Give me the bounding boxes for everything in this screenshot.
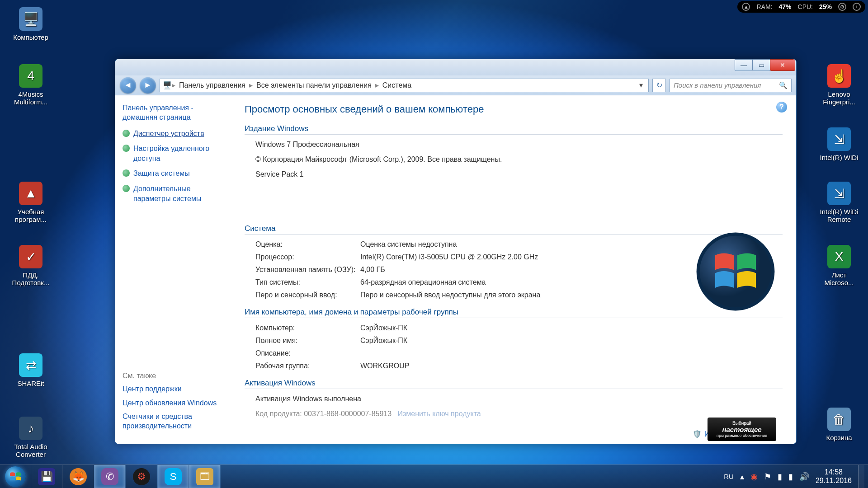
sysmon-left-icon[interactable]: ▲	[742, 3, 750, 11]
taskbar-explorer[interactable]: 🗔	[189, 465, 221, 488]
desktop-icon-shareit[interactable]: ⇄SHAREit	[8, 352, 53, 387]
sidebar-home-link[interactable]: Панель управления - домашняя страница	[123, 103, 224, 122]
breadcrumb-2[interactable]: Все элементы панели управления	[253, 81, 375, 89]
section-activation: Активация Windows	[245, 379, 783, 389]
tray-network-icon[interactable]: ▮	[788, 472, 793, 482]
taskbar-skype[interactable]: S	[157, 465, 189, 488]
taskbar-viber[interactable]: ✆	[94, 465, 126, 488]
sidebar-action-center[interactable]: Центр поддержки	[123, 385, 224, 394]
desktop: ▲ RAM: 47% CPU: 25% ⚙ + 🖥️Компьютер44Mus…	[0, 0, 868, 488]
forward-button[interactable]: ►	[140, 77, 156, 94]
sidebar: Панель управления - домашняя страница Ди…	[115, 95, 231, 444]
desktop-icon-pdd[interactable]: ✓ПДД. Подготовк...	[8, 244, 53, 287]
sidebar-system-protection[interactable]: Защита системы	[123, 169, 224, 178]
taskbar-firefox[interactable]: 🦊	[62, 465, 94, 488]
systype-key: Тип системы:	[255, 276, 360, 289]
tray-battery-icon[interactable]: ▮	[778, 472, 782, 482]
tray-chevron-icon[interactable]: ▴	[740, 472, 744, 482]
tray-volume-icon[interactable]: 🔊	[799, 472, 809, 482]
shield-icon	[123, 145, 130, 152]
fullname-key: Полное имя:	[255, 334, 360, 347]
rating-key: Оценка:	[255, 238, 360, 251]
sysmon-settings-icon[interactable]: ⚙	[838, 3, 846, 11]
titlebar[interactable]: — ▭ ✕	[115, 59, 796, 75]
pen-value: Перо и сенсорный ввод недоступны для это…	[360, 289, 540, 301]
start-button[interactable]	[0, 465, 31, 488]
system-monitor-bar: ▲ RAM: 47% CPU: 25% ⚙ +	[737, 1, 865, 13]
desktop-icon-lenovo-fp[interactable]: ☝Lenovo Fingerpri...	[816, 63, 862, 106]
minimize-button[interactable]: —	[735, 59, 753, 71]
desktop-icon-excel-sheet[interactable]: XЛист Microso...	[816, 244, 862, 287]
section-edition: Издание Windows	[245, 124, 783, 135]
icon-label: Intel(R) WiDi	[820, 154, 859, 161]
sidebar-device-manager[interactable]: Диспетчер устройств	[123, 129, 224, 139]
see-also-label: См. также	[123, 372, 224, 380]
rating-link[interactable]: Оценка системы недоступна	[360, 238, 457, 251]
desktop-icon-intel-widi[interactable]: ⇲Intel(R) WiDi	[816, 127, 862, 161]
date: 29.11.2016	[816, 477, 852, 485]
product-id: Код продукта: 00371-868-0000007-85913	[255, 410, 392, 418]
tray-status-icon[interactable]: ◉	[750, 472, 758, 482]
address-dropdown-icon[interactable]: ▾	[637, 81, 646, 89]
sidebar-perf-tools[interactable]: Счетчики и средства производительности	[123, 412, 224, 431]
breadcrumb-1[interactable]: Панель управления	[175, 81, 249, 89]
search-box[interactable]: Поиск в панели управления 🔍	[670, 79, 792, 92]
page-title: Просмотр основных сведений о вашем компь…	[245, 103, 783, 115]
ram-key: Установленная память (ОЗУ):	[255, 263, 360, 276]
icon-label: Компьютер	[13, 33, 48, 41]
maximize-button[interactable]: ▭	[752, 59, 770, 71]
desktop-icon-total-audio[interactable]: ♪Total Audio Converter	[8, 416, 53, 459]
cpu-key: Процессор:	[255, 251, 360, 263]
desktop-icon-computer[interactable]: 🖥️Компьютер	[8, 6, 53, 41]
icon-label: Total Audio Converter	[8, 443, 53, 459]
sidebar-advanced-settings[interactable]: Дополнительные параметры системы	[123, 184, 224, 203]
icon-label: Учебная програм...	[8, 208, 53, 224]
ram-label: RAM:	[756, 3, 772, 10]
refresh-button[interactable]: ↻	[652, 79, 666, 92]
back-button[interactable]: ◄	[120, 77, 136, 94]
address-bar[interactable]: 🖥️ ▸ Панель управления ▸ Все элементы па…	[160, 79, 649, 92]
sidebar-windows-update[interactable]: Центр обновления Windows	[123, 399, 224, 408]
system-properties-window: — ▭ ✕ ◄ ► 🖥️ ▸ Панель управления ▸ Все э…	[115, 59, 797, 444]
close-button[interactable]: ✕	[770, 59, 795, 71]
edition-name: Windows 7 Профессиональная	[245, 138, 783, 150]
windows-logo-icon	[695, 231, 776, 312]
taskbar-gear-app[interactable]: ⚙	[126, 465, 157, 488]
edition-copyright: © Корпорация Майкрософт (Microsoft Corp.…	[245, 153, 783, 165]
genuine-software-badge[interactable]: Выбирай настоящее программное обеспечени…	[708, 418, 776, 441]
activation-status: Активация Windows выполнена	[245, 393, 783, 405]
time: 14:58	[816, 468, 852, 476]
cpu-value: 25%	[819, 3, 832, 10]
icon-label: Lenovo Fingerpri...	[816, 90, 862, 106]
cpu-value: Intel(R) Core(TM) i3-5005U CPU @ 2.00GHz…	[360, 251, 538, 263]
desktop-icon-4musics[interactable]: 44Musics Multiform...	[8, 63, 53, 106]
clock[interactable]: 14:58 29.11.2016	[816, 468, 852, 485]
workgroup-key: Рабочая группа:	[255, 360, 360, 372]
desktop-icon-uchebnaya[interactable]: ▲Учебная програм...	[8, 181, 53, 224]
breadcrumb-3[interactable]: Система	[379, 81, 415, 89]
shield-icon	[123, 130, 130, 137]
tray-flag-icon[interactable]: ⚑	[764, 472, 771, 482]
search-icon[interactable]: 🔍	[779, 81, 788, 89]
compname-key: Компьютер:	[255, 322, 360, 334]
sidebar-remote-settings[interactable]: Настройка удаленного доступа	[123, 144, 224, 163]
control-panel-icon: 🖥️	[163, 81, 172, 89]
compname-value: СэрЙожык-ПК	[360, 322, 407, 334]
windows-flag-icon	[8, 469, 23, 484]
help-icon[interactable]: ?	[776, 102, 787, 113]
search-placeholder: Поиск в панели управления	[674, 81, 761, 89]
desktop-icon-intel-widi-remote[interactable]: ⇲Intel(R) WiDi Remote	[816, 181, 862, 224]
edition-sp: Service Pack 1	[245, 168, 783, 180]
show-desktop-button[interactable]	[858, 465, 864, 488]
icon-label: Корзина	[826, 434, 852, 441]
taskbar: 💾 🦊 ✆ ⚙ S 🗔 RU ▴ ◉ ⚑ ▮ ▮ 🔊 14:58 29.11.2…	[0, 465, 868, 488]
icon-label: Intel(R) WiDi Remote	[816, 208, 862, 224]
desktop-icon-recycle-bin[interactable]: 🗑Корзина	[816, 407, 862, 441]
sysmon-add-icon[interactable]: +	[853, 3, 861, 11]
change-key-link[interactable]: Изменить ключ продукта	[398, 410, 481, 418]
ram-value: 47%	[778, 3, 791, 10]
shield-icon	[123, 169, 130, 177]
taskbar-floppy[interactable]: 💾	[31, 465, 62, 488]
cpu-label: CPU:	[798, 3, 813, 10]
lang-indicator[interactable]: RU	[724, 473, 734, 480]
